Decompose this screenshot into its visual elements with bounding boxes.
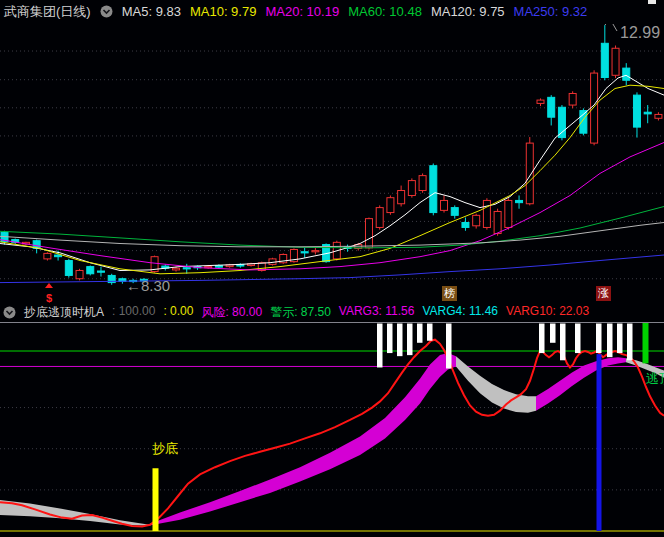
indicator-value: VARG10: 22.03 [506, 304, 589, 321]
stock-chart-window: 武商集团(日线) MA5: 9.83MA10: 9.79MA20: 10.19M… [0, 0, 664, 537]
ma-label: MA120: 9.75 [431, 4, 505, 19]
bang-badge[interactable]: 榜 [442, 286, 457, 301]
candlestick-chart[interactable]: ←8.3012.99 [0, 24, 664, 303]
ma-label: MA250: 9.32 [514, 4, 588, 19]
indicator-red-line [0, 340, 664, 527]
candle-body [601, 43, 608, 77]
candle-body [173, 268, 180, 270]
indicator-header: 抄底逃顶时机A : 100.00: 0.00风险: 80.00警示: 87.50… [0, 303, 664, 322]
top-bar [550, 324, 556, 343]
candle-body [376, 208, 383, 228]
indicator-value: VARG4: 11.46 [422, 304, 498, 321]
ma-line-MA60 [0, 207, 664, 248]
price-annotation: ←8.30 [126, 277, 170, 294]
indicator-value: 警示: 87.50 [270, 304, 331, 321]
top-bar [446, 324, 452, 369]
candle-body [473, 215, 480, 225]
candle-body [537, 100, 544, 103]
indicator-value: 风险: 80.00 [201, 304, 262, 321]
signal-bar-buy-bottom [153, 468, 159, 531]
up-triangle-icon [45, 283, 53, 288]
candle-body [505, 200, 512, 227]
indicator-chart[interactable]: 抄底逃顶 [0, 322, 664, 537]
ma-line-MA120 [0, 223, 664, 247]
candle-body [494, 211, 501, 233]
candle-body [430, 166, 437, 213]
candle-body [612, 48, 619, 75]
stock-title: 武商集团(日线) [4, 3, 91, 21]
candle-body [462, 222, 469, 227]
top-bar [377, 324, 383, 368]
top-bar [560, 324, 566, 361]
candle-body [558, 107, 565, 137]
candle-body [441, 200, 448, 210]
candle-body [44, 253, 51, 259]
top-bar [417, 324, 423, 343]
ma-label: MA10: 9.79 [190, 4, 257, 19]
candle-body [408, 181, 415, 196]
candle-body [644, 112, 651, 114]
candle-body [398, 191, 405, 204]
candle-body [548, 97, 555, 117]
top-bar [575, 324, 581, 354]
ma-label: MA20: 10.19 [265, 4, 339, 19]
zhang-badge[interactable]: 涨 [596, 286, 611, 301]
top-bar [427, 324, 433, 341]
candle-body [516, 200, 523, 202]
signal-annotation: 逃顶 [646, 371, 664, 386]
ma-label: MA60: 10.48 [348, 4, 422, 19]
indicator-band [536, 357, 626, 411]
indicator-value: : 100.00 [112, 304, 155, 321]
candle-body [451, 208, 458, 216]
signal-bar-sell-top [643, 322, 649, 363]
top-bar [539, 324, 545, 354]
top-bar [397, 324, 403, 357]
candle-body [569, 93, 576, 105]
candle-body [633, 95, 640, 127]
top-bar [387, 324, 393, 354]
annotation-pointer [605, 24, 617, 31]
candle-body [76, 270, 83, 278]
candle-body [483, 200, 490, 227]
candle-body [365, 219, 372, 248]
collapse-indicator-icon[interactable] [3, 306, 16, 319]
indicator-name[interactable]: 抄底逃顶时机A [24, 304, 104, 321]
price-annotation: 12.99 [620, 24, 660, 41]
top-bar [607, 324, 613, 358]
candle-body [387, 198, 394, 213]
candle-body [183, 268, 190, 269]
candle-body [623, 68, 630, 80]
top-bar [627, 324, 633, 361]
candle-body [97, 271, 104, 272]
indicator-band [456, 356, 536, 413]
candle-body [591, 73, 598, 143]
top-bar [407, 324, 413, 356]
candle-body [87, 267, 94, 274]
candle-body [301, 252, 308, 253]
top-bar [617, 324, 623, 354]
ma-line-MA5 [0, 75, 664, 270]
indicator-value: : 0.00 [163, 304, 193, 321]
indicator-band [0, 500, 148, 526]
signal-annotation: 抄底 [152, 441, 178, 456]
signal-bar-blue-signal [597, 354, 602, 531]
indicator-value-labels: : 100.00: 0.00风险: 80.00警示: 87.50VARG3: 1… [112, 304, 589, 321]
candle-body [65, 261, 72, 276]
candle-body [526, 143, 533, 204]
ma-label: MA5: 9.83 [122, 4, 181, 19]
top-bar [596, 324, 602, 354]
collapse-panel-icon[interactable] [100, 5, 113, 18]
corner-marker [648, 0, 656, 4]
candle-body [312, 251, 319, 252]
candle-body [55, 255, 62, 257]
candle-body [655, 114, 662, 118]
indicator-value: VARG3: 11.56 [339, 304, 415, 321]
candle-body [419, 176, 426, 191]
ma-value-labels: MA5: 9.83MA10: 9.79MA20: 10.19MA60: 10.4… [122, 4, 588, 19]
main-chart-header: 武商集团(日线) MA5: 9.83MA10: 9.79MA20: 10.19M… [0, 0, 587, 23]
